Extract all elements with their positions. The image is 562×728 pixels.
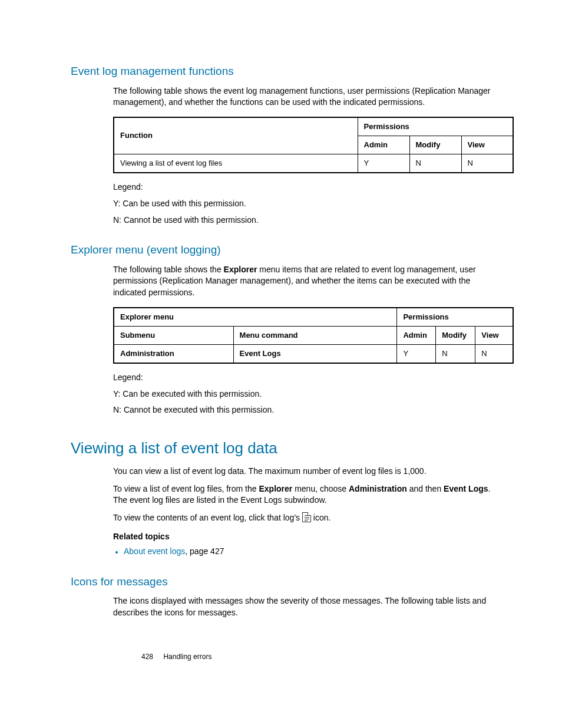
chapter-name: Handling errors xyxy=(163,653,211,661)
heading-event-log-functions: Event log management functions xyxy=(71,64,491,80)
heading-viewing-list: Viewing a list of event log data xyxy=(71,437,491,459)
header-function: Function xyxy=(114,117,358,154)
header-menu-command: Menu command xyxy=(233,326,397,344)
paragraph: The icons displayed with messages show t… xyxy=(113,595,491,618)
paragraph: To view a list of event log files, from … xyxy=(113,483,491,506)
header-view: View xyxy=(461,136,513,154)
table-explorer-menu: Explorer menu Permissions Submenu Menu c… xyxy=(113,307,514,364)
cell-view: N xyxy=(461,154,513,173)
header-permissions: Permissions xyxy=(397,308,513,327)
table-event-log-functions: Function Permissions Admin Modify View V… xyxy=(113,117,514,174)
related-topics-label: Related topics xyxy=(113,531,491,543)
heading-explorer-menu: Explorer menu (event logging) xyxy=(71,242,491,258)
cell-modify: N xyxy=(436,344,475,363)
legend-title: Legend: xyxy=(113,372,491,384)
paragraph: To view the contents of an event log, cl… xyxy=(113,512,491,524)
event-log-file-icon xyxy=(302,512,311,522)
legend: Legend: Y: Can be executed with this per… xyxy=(113,372,491,416)
page-footer: 428 Handling errors xyxy=(141,652,211,662)
link-about-event-logs[interactable]: About event logs xyxy=(124,546,185,556)
cell-modify: N xyxy=(409,154,461,173)
header-admin: Admin xyxy=(397,326,436,344)
intro-text: The following table shows the Explorer m… xyxy=(113,264,491,299)
related-topics-list: About event logs, page 427 xyxy=(124,546,491,558)
header-view: View xyxy=(475,326,513,344)
page-ref: , page 427 xyxy=(185,546,224,556)
paragraph: You can view a list of event log data. T… xyxy=(113,466,491,477)
legend-y: Y: Can be used with this permission. xyxy=(113,198,491,210)
header-permissions: Permissions xyxy=(358,117,513,136)
cell-admin: Y xyxy=(397,344,436,363)
table-row: Administration Event Logs Y N N xyxy=(114,344,513,363)
page-number: 428 xyxy=(141,653,153,661)
cell-admin: Y xyxy=(358,154,409,173)
legend-n: N: Cannot be executed with this permissi… xyxy=(113,404,491,416)
header-admin: Admin xyxy=(358,136,409,154)
header-modify: Modify xyxy=(409,136,461,154)
cell-view: N xyxy=(475,344,513,363)
legend: Legend: Y: Can be used with this permiss… xyxy=(113,182,491,226)
header-modify: Modify xyxy=(436,326,475,344)
header-explorer-menu: Explorer menu xyxy=(114,308,397,327)
legend-n: N: Cannot be used with this permission. xyxy=(113,215,491,226)
legend-y: Y: Can be executed with this permission. xyxy=(113,388,491,400)
table-row: Viewing a list of event log files Y N N xyxy=(114,154,513,173)
cell-submenu: Administration xyxy=(114,344,233,363)
cell-function: Viewing a list of event log files xyxy=(114,154,358,173)
header-submenu: Submenu xyxy=(114,326,233,344)
list-item: About event logs, page 427 xyxy=(124,546,491,558)
heading-icons-for-messages: Icons for messages xyxy=(71,574,491,590)
cell-command: Event Logs xyxy=(233,344,397,363)
intro-text: The following table shows the event log … xyxy=(113,85,491,108)
legend-title: Legend: xyxy=(113,182,491,193)
